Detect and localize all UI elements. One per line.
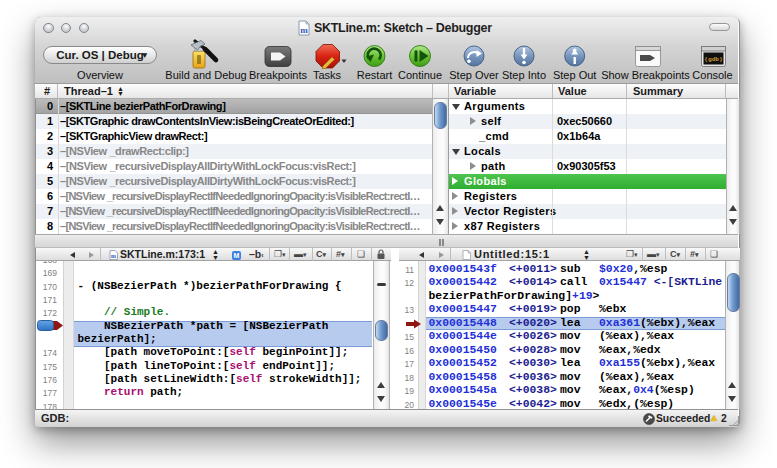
svg-text:m: m bbox=[300, 25, 308, 35]
svg-text:(gdb): (gdb) bbox=[704, 56, 723, 63]
svg-text:m: m bbox=[111, 253, 116, 259]
